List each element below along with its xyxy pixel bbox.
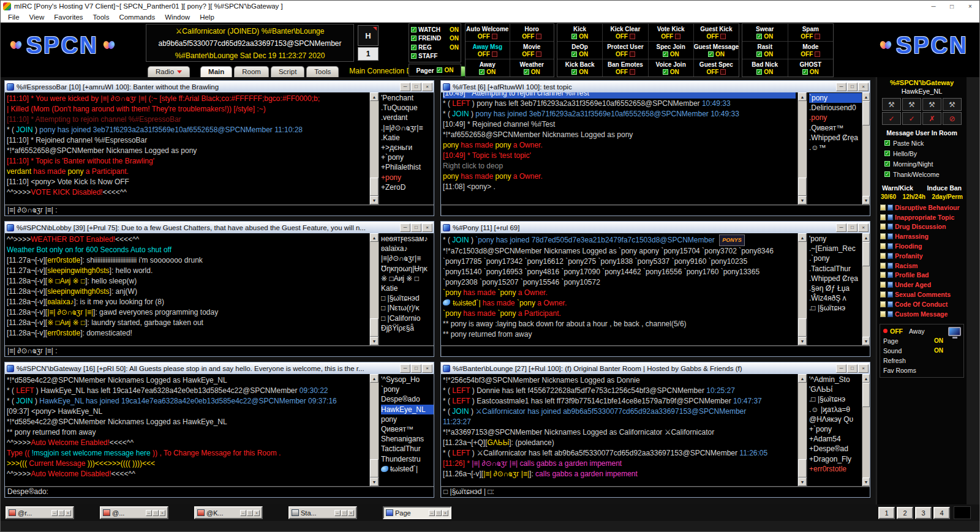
warn-icon[interactable] (880, 311, 886, 317)
checkbox-unchecked-icon[interactable] (675, 34, 680, 39)
nick-item[interactable]: ℧ηκηοωη|Ʉηκ (381, 264, 434, 274)
nick-item[interactable]: `pony (809, 93, 862, 103)
nick-item[interactable]: .☺ |ϗаτλа=θ (809, 405, 862, 414)
window-maximize-button[interactable]: □ (411, 364, 421, 373)
checkbox-checked-icon[interactable]: ✓ (571, 69, 577, 75)
ban-icon[interactable] (888, 233, 893, 239)
watch-row-staff[interactable]: ✓STAFF (411, 52, 459, 61)
scroll-up-icon[interactable]: ▲ (862, 233, 870, 242)
checkbox-unchecked-icon[interactable] (536, 51, 541, 57)
nick-list[interactable]: 'Penchant.TuQuoque.verdant.|≡|∂⊙∩ҩӡг|≡.K… (379, 92, 434, 204)
scroll-thumb[interactable] (370, 459, 379, 478)
scroll-up-icon[interactable]: ▲ (370, 374, 379, 383)
checkbox-checked-icon[interactable]: ✓ (571, 51, 577, 57)
checkbox-unchecked-icon[interactable] (720, 69, 726, 75)
check-icon[interactable]: ✓ (902, 112, 921, 125)
chat-message-area[interactable]: *!*d585e4c22@SPCNMember Nicknames Logged… (5, 374, 369, 486)
watch-row-freind[interactable]: ✓FREINDON (411, 34, 459, 43)
nick-item[interactable]: □ |§ωϊτɕнэd (381, 293, 434, 303)
checkbox-unchecked-icon[interactable] (815, 51, 820, 57)
watch-row-reg[interactable]: ✓REGON (411, 43, 459, 52)
toggle-kick-clear[interactable]: Kick ClearOFF (603, 24, 647, 42)
scroll-thumb[interactable] (370, 318, 379, 337)
toggle-away-msg[interactable]: Away MsgOFF (466, 42, 510, 59)
toggle-ghost[interactable]: GHOST✓ON (788, 59, 834, 77)
scroll-down-icon[interactable]: ▼ (862, 196, 870, 204)
checkbox-unchecked-icon[interactable] (630, 69, 635, 75)
mini-window-button[interactable]: × (65, 510, 71, 516)
toggle-horo[interactable]: HoroOFF (510, 24, 554, 42)
message-input[interactable] (441, 204, 870, 215)
window-maximize-button[interactable]: □ (847, 223, 858, 232)
nick-item[interactable]: +ZeroD (381, 182, 434, 192)
chat-scrollbar[interactable]: ▲ ▼ (369, 233, 379, 345)
scroll-thumb[interactable] (370, 178, 379, 196)
nick-item[interactable]: +`pony (809, 424, 862, 434)
checkbox-checked-icon[interactable]: ✓ (884, 151, 890, 156)
warn-icon[interactable] (880, 204, 886, 211)
menu-favorites[interactable]: Favorites (49, 13, 88, 21)
checkbox-checked-icon[interactable]: ✓ (756, 69, 762, 75)
message-option-morning-night[interactable]: ✓Morning/Night (877, 159, 967, 169)
scroll-down-icon[interactable]: ▼ (862, 337, 870, 345)
nicklist-scrollbar[interactable]: ▲ ▼ (862, 374, 870, 486)
nick-item[interactable]: ŧωіѕŧеđ`| (381, 464, 434, 474)
chat-window-titlebar[interactable]: %#SPCN\bLobby [39] [+Prul 75]: Due to a … (5, 222, 434, 233)
window-minimize-button[interactable]: ─ (836, 83, 846, 91)
switchbar-page-3[interactable]: 3 (915, 507, 932, 519)
chat-window-titlebar[interactable]: %#Test [6] [+afRtuwWI 100]: test topic ─… (441, 81, 870, 92)
message-option-hello-by[interactable]: ✓Hello/By (877, 148, 967, 159)
mini-window-button[interactable]: ─ (429, 510, 435, 516)
duration-option[interactable]: 30/60 (881, 193, 896, 200)
checkbox-checked-icon[interactable]: ✓ (663, 51, 668, 57)
mini-window-button[interactable]: ─ (334, 510, 341, 516)
ban-icon[interactable] (888, 204, 893, 211)
nick-item[interactable]: .Whippеđ Ȼręа (809, 274, 862, 283)
tab-main[interactable]: Main (200, 66, 232, 77)
checkbox-checked-icon[interactable]: ✓ (708, 51, 714, 57)
h-indicator[interactable]: H 1 (358, 25, 379, 61)
toggle-guest-kick[interactable]: Guest KickOFF (694, 24, 739, 42)
message-input[interactable]: |≡| ∂⊙∩ҩӡг |≡| : (5, 204, 434, 215)
menu-tools[interactable]: Tools (88, 13, 115, 21)
scroll-thumb[interactable] (798, 459, 807, 478)
tab-room[interactable]: Room (234, 66, 269, 77)
ban-icon[interactable] (888, 272, 893, 278)
nick-item[interactable]: TacticalThur (381, 444, 434, 454)
message-input[interactable]: □ |§ωϊτɕнэd | □: (441, 486, 870, 497)
nick-item[interactable]: .Deliriousend0 (809, 103, 862, 113)
nick-list[interactable]: неѳятϝеѕѕам♪ʚalaixa♪|≡|∂⊙∩ҩӡг|≡℧ηκηοωη|Ʉ… (379, 233, 434, 345)
chat-message-area[interactable]: ^^>>>>WEATHER BOT Enabled!<<<<^^Weather … (5, 233, 369, 345)
menu-commands[interactable]: Commands (114, 13, 160, 21)
scroll-down-icon[interactable]: ▼ (862, 478, 870, 486)
chat-scrollbar[interactable]: ▲ ▼ (797, 374, 807, 486)
window-maximize-button[interactable]: □ (411, 223, 421, 232)
window-minimize-button[interactable]: ─ (836, 364, 846, 373)
ban-icon[interactable] (888, 253, 893, 259)
nick-item[interactable]: .verdant (381, 113, 434, 122)
wrench-icon[interactable]: ⚒ (922, 98, 941, 111)
warn-icon[interactable] (880, 214, 886, 220)
chat-scrollbar[interactable]: ▲ ▼ (797, 233, 807, 345)
nick-item[interactable]: □ |Νετω(r)ʳκ (381, 303, 434, 313)
switchbar-page-2[interactable]: 2 (897, 507, 913, 519)
checkbox-unchecked-icon[interactable] (492, 51, 497, 57)
nick-item[interactable]: +>дєньги (381, 143, 434, 152)
toggle-weather[interactable]: Weather✓ON (510, 59, 554, 77)
duration-option[interactable]: 12h/24h (903, 193, 925, 200)
window-close-button[interactable]: × (858, 223, 869, 232)
checkbox-unchecked-icon[interactable] (492, 34, 497, 39)
ban-reason-disruptive-behaviour[interactable]: Disruptive Behaviour (877, 203, 967, 212)
checkbox-checked-icon[interactable]: ✓ (756, 34, 762, 39)
toggle-guest-message[interactable]: Guest Message✓ON (694, 42, 739, 59)
tab-script[interactable]: Script (271, 66, 304, 77)
ban-icon[interactable] (888, 243, 893, 249)
toggle-spam[interactable]: SpamOFF (788, 24, 834, 42)
nick-item[interactable]: '^Admin_Sto (809, 375, 862, 384)
main-titlebar[interactable]: mIRC [Pony's Hosting V7 Client]~[ SPCN_P… (1, 1, 979, 12)
mini-window-button[interactable]: × (159, 510, 165, 516)
minimize-button[interactable]: ─ (924, 1, 943, 12)
checkbox-checked-icon[interactable]: ✓ (756, 51, 762, 57)
close-button[interactable]: × (961, 1, 979, 12)
no-icon[interactable]: ⊘ (943, 112, 962, 125)
